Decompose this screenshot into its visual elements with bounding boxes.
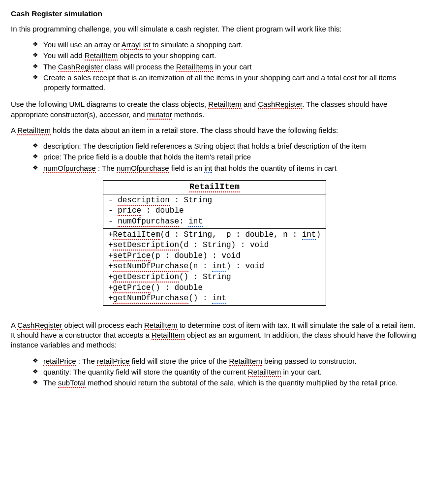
spell-underline: RetailItem <box>144 321 178 330</box>
spell-underline: CashRegister <box>17 321 62 330</box>
bullet-list-1: You will use an array or ArrayList to si… <box>32 40 418 93</box>
uml-class-name: RetailItem <box>103 180 326 194</box>
spell-underline: subTotal <box>58 378 86 388</box>
spell-underline: ArrayList <box>122 40 151 50</box>
intro-paragraph: In this programming challenge, you will … <box>11 24 418 34</box>
spell-underline: CashRegister <box>258 100 302 109</box>
spell-underline: numOfpurchase <box>117 164 169 173</box>
spell-underline: RetailItem <box>152 331 185 340</box>
list-item: description: The description field refer… <box>32 141 418 151</box>
spell-underline: RetailItem <box>17 126 51 135</box>
uml-attributes: - description : String - price : double … <box>103 194 326 228</box>
page-title: Cash Register simulation <box>11 9 418 19</box>
spell-underline: RetailItems <box>176 63 213 72</box>
spell-underline: RetailItem <box>85 51 118 61</box>
bullet-list-2: description: The description field refer… <box>32 141 418 173</box>
list-item: The CashRegister class will process the … <box>32 62 418 72</box>
list-item: retailPrice : The retailPrice field will… <box>32 356 418 366</box>
spell-underline: RetailItem <box>248 368 281 377</box>
list-item: quantity: The quantity field will store … <box>32 367 418 377</box>
paragraph-retailitem: A RetailItem holds the data about an ite… <box>11 126 418 135</box>
list-item: You will add RetailItem objects to your … <box>32 51 418 61</box>
uml-methods: +RetailItem(d : String, p : double, n : … <box>103 228 326 305</box>
list-item: You will use an array or ArrayList to si… <box>32 40 418 50</box>
paragraph-cashregister: A CashRegister object will process each … <box>11 320 418 350</box>
bullet-list-3: retailPrice : The retailPrice field will… <box>32 356 418 388</box>
grammar-underline: int <box>204 164 212 173</box>
paragraph-uml-intro: Use the following UML diagrams to create… <box>11 99 418 120</box>
list-item: Create a sales receipt that is an itemiz… <box>32 73 418 93</box>
list-item: numOfpurchase : The numOfpurchase field … <box>32 163 418 173</box>
uml-diagram-retailitem: RetailItem - description : String - pric… <box>103 180 326 306</box>
spell-underline: retailPrice <box>97 357 130 366</box>
spell-underline: RetailItem <box>229 357 262 366</box>
spell-underline: CashRegister <box>58 63 103 72</box>
list-item: The subTotal method should return the su… <box>32 378 418 388</box>
list-item: price: The price field is a double that … <box>32 152 418 162</box>
spell-underline: retailPrice <box>43 357 76 366</box>
spell-underline: RetailItem <box>208 100 242 109</box>
spell-underline: mutator <box>147 110 172 120</box>
spell-underline: numOfpurchase <box>43 164 96 173</box>
